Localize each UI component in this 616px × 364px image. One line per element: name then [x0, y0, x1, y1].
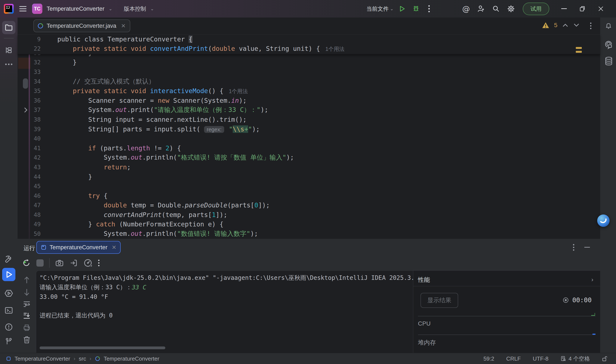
code-line[interactable]: 43 return;	[17, 162, 600, 172]
code-line[interactable]: 37 System.out.print("请输入温度和单位（例：33 C）：")…	[17, 105, 600, 115]
close-button[interactable]	[592, 0, 610, 17]
ai-chat-tool-button[interactable]	[604, 40, 613, 49]
chevron-right-icon[interactable]: ›	[591, 276, 593, 283]
run-tab[interactable]: TemperatureConverter ✕	[36, 241, 121, 254]
code-line[interactable]: 47 double temp = Double.parseDouble(part…	[17, 201, 600, 210]
more-tool-windows-icon[interactable]	[2, 58, 15, 71]
code-line[interactable]: 42 System.out.println("格式错误! 请按「数值 单位」输入…	[17, 153, 600, 163]
editor-tab[interactable]: TemperatureConverter.java ✕	[33, 19, 130, 32]
inspections-widget[interactable]: 5	[542, 22, 580, 29]
code-line[interactable]: 32 }	[17, 58, 600, 67]
problems-tool-button[interactable]	[2, 320, 15, 334]
close-tab-icon[interactable]: ✕	[121, 23, 126, 29]
tab-options-icon[interactable]	[590, 22, 592, 29]
scroll-to-end-icon[interactable]	[23, 312, 31, 320]
run-button[interactable]	[395, 2, 409, 15]
project-selector[interactable]: TemperatureConverter	[47, 6, 104, 12]
right-tool-strip	[600, 17, 616, 353]
git-tool-button[interactable]	[2, 335, 15, 348]
prev-warning-icon[interactable]	[562, 23, 569, 27]
clear-console-icon[interactable]	[23, 335, 31, 344]
code-line[interactable]: 40	[17, 134, 600, 143]
debug-button[interactable]	[409, 2, 423, 15]
floating-assistant-badge[interactable]	[597, 214, 610, 227]
code-line[interactable]: 34 // 交互式输入模式（默认）	[17, 77, 600, 86]
toolbar-more-icon[interactable]	[98, 260, 100, 266]
code-line[interactable]: 45	[17, 181, 600, 191]
more-actions-icon[interactable]	[423, 2, 435, 15]
line-number: 45	[17, 183, 41, 189]
console-output[interactable]: "C:\Program Files\Java\jdk-25.0.2\bin\ja…	[40, 273, 413, 353]
console-line: 进程已结束，退出代码为 0	[40, 311, 413, 320]
code-line[interactable]: 31 }	[17, 54, 600, 58]
stop-button[interactable]	[36, 259, 44, 267]
ai-assistant-icon[interactable]: @	[459, 2, 474, 15]
snapshot-camera-button[interactable]	[55, 259, 64, 267]
file-encoding[interactable]: UTF-8	[533, 355, 549, 362]
build-tool-button[interactable]	[2, 252, 15, 266]
code-line[interactable]: 35 private static void interactiveMode()…	[17, 86, 600, 96]
code-line[interactable]: 39 String[] parts = input.split( regex: …	[17, 124, 600, 134]
code-line[interactable]: 33	[17, 67, 600, 77]
hide-run-panel-icon[interactable]	[584, 247, 590, 247]
error-stripe-mark[interactable]	[576, 47, 582, 49]
line-number: 48	[17, 211, 41, 218]
database-tool-button[interactable]	[604, 56, 613, 66]
trial-button[interactable]: 试用	[523, 2, 549, 15]
run-config-selector[interactable]: 当前文件	[366, 5, 389, 13]
close-run-tab-icon[interactable]: ✕	[112, 244, 116, 251]
next-occurrence-icon[interactable]	[23, 288, 30, 297]
code-line[interactable]: 50 System.out.println("数值错误! 请输入数字");	[17, 229, 600, 239]
code-line[interactable]: 41 if (parts.length != 2) {	[17, 143, 600, 153]
performance-panel: 性能 › 显示结果 00:00 CPU 堆内存	[413, 271, 600, 353]
rerun-button[interactable]	[22, 259, 31, 267]
horizontal-scrollbar[interactable]	[40, 347, 165, 349]
java-class-icon	[95, 356, 100, 362]
code-with-me-icon[interactable]	[474, 2, 489, 15]
code-text: try {	[41, 192, 108, 199]
code-line[interactable]: 44 }	[17, 172, 600, 182]
code-line[interactable]: 36 Scanner scanner = new Scanner(System.…	[17, 96, 600, 105]
print-icon[interactable]	[23, 324, 31, 332]
line-ending[interactable]: CRLF	[506, 355, 521, 362]
minimize-button[interactable]	[555, 0, 573, 17]
vcs-widget[interactable]: 版本控制	[124, 5, 146, 13]
main-menu-icon[interactable]	[17, 2, 29, 15]
project-tool-button[interactable]	[2, 21, 15, 34]
indent-widget[interactable]: 4 个空格	[560, 355, 590, 363]
run-tab-title: TemperatureConverter	[50, 244, 107, 251]
code-line[interactable]: 46 try {	[17, 191, 600, 201]
structure-tool-button[interactable]	[2, 44, 15, 57]
sticky-code-line[interactable]: 9 public class TemperatureConverter {	[17, 34, 600, 44]
show-results-button[interactable]: 显示结果	[421, 293, 458, 308]
breadcrumb-src[interactable]: src	[79, 355, 86, 362]
services-tool-button[interactable]	[2, 287, 15, 300]
sticky-code-line[interactable]: 22 private static void convertAndPrint(d…	[17, 44, 600, 54]
code-line[interactable]: 38 String input = scanner.nextLine().tri…	[17, 115, 600, 124]
line-number: 46	[17, 193, 41, 199]
code-line[interactable]: 48 convertAndPrint(temp, parts[1]);	[17, 210, 600, 220]
settings-gear-icon[interactable]	[504, 2, 519, 15]
soft-wrap-icon[interactable]	[23, 300, 31, 308]
profiler-gauge-button[interactable]	[83, 259, 92, 267]
restore-button[interactable]	[573, 0, 592, 17]
notifications-bell-icon[interactable]	[605, 22, 612, 29]
project-icon[interactable]: TC	[32, 4, 42, 14]
search-icon[interactable]	[489, 2, 504, 15]
error-stripe-mark[interactable]	[576, 51, 582, 53]
breadcrumb-class[interactable]: TemperatureConverter	[104, 355, 159, 362]
attach-profiler-button[interactable]	[69, 259, 78, 267]
caret-position[interactable]: 59:2	[483, 355, 494, 362]
unlock-icon[interactable]	[602, 356, 607, 362]
prev-occurrence-icon[interactable]	[23, 276, 30, 284]
breadcrumb-project[interactable]: TemperatureConverter	[14, 355, 70, 362]
run-tool-button[interactable]	[2, 268, 15, 281]
run-panel-options-icon[interactable]	[573, 244, 575, 251]
terminal-tool-button[interactable]	[2, 304, 15, 317]
next-warning-icon[interactable]	[573, 23, 580, 27]
code-text: Scanner scanner = new Scanner(System.in)…	[41, 97, 246, 104]
code-viewport[interactable]: 31 } 32 } 33 34 // 交互式输入模式（默认）	[17, 54, 600, 239]
code-text: convertAndPrint(temp, parts[1]);	[41, 211, 227, 219]
code-text: // 交互式输入模式（默认）	[41, 77, 155, 86]
code-line[interactable]: 49 } catch (NumberFormatException e) {	[17, 220, 600, 229]
